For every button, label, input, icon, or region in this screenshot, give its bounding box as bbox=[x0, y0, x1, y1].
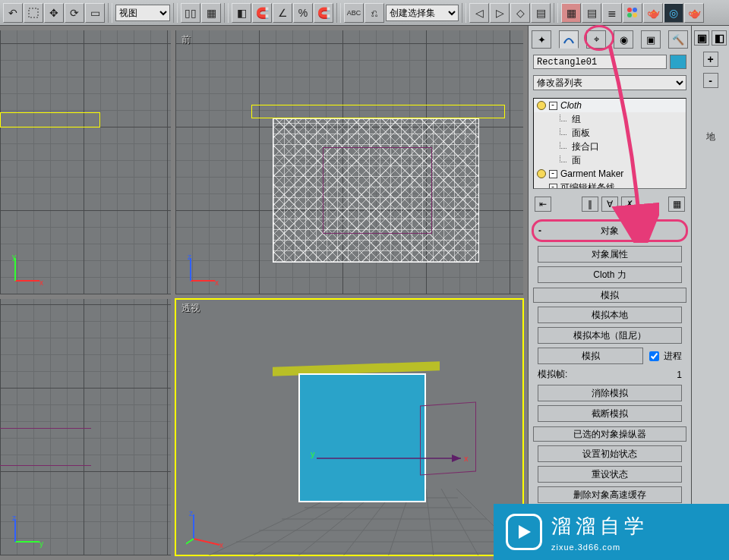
pin-stack-icon[interactable]: ⇤ bbox=[535, 197, 551, 212]
help-rect bbox=[0, 428, 91, 466]
render-frame-icon[interactable]: ◎ bbox=[664, 3, 683, 23]
bulb-icon[interactable] bbox=[537, 169, 546, 178]
clear-icon[interactable]: ◇ bbox=[510, 3, 530, 23]
svg-point-1 bbox=[627, 8, 632, 12]
layers-a-icon[interactable]: ▤ bbox=[531, 3, 551, 23]
watermark-url: zixue.3d66.com bbox=[551, 543, 649, 552]
configure-stack-icon[interactable]: ▦ bbox=[668, 197, 685, 212]
percent-snap-icon[interactable]: % bbox=[293, 3, 313, 23]
selection-set-dropdown[interactable]: 创建选择集 bbox=[386, 5, 459, 21]
utilities-tab-icon[interactable]: 🔨 bbox=[668, 30, 688, 49]
scale-icon[interactable]: ▭ bbox=[85, 3, 105, 23]
expand-icon[interactable] bbox=[549, 184, 557, 190]
watermark-title: 溜溜自学 bbox=[551, 513, 649, 540]
svg-text:z: z bbox=[12, 514, 16, 522]
grid-icon[interactable]: ▦ bbox=[201, 3, 221, 23]
strip-tool-b-icon[interactable]: ◧ bbox=[712, 30, 727, 46]
object-properties-button[interactable]: 对象属性 bbox=[538, 246, 682, 263]
top-toolbar: ↶ ✥ ⟳ ▭ 视图 ▯▯ ▦ ◧ 🧲 ∠ % 🧲 ABC ⎌ 创建选择集 ◁ … bbox=[0, 0, 729, 26]
modify-tab-icon[interactable] bbox=[559, 30, 579, 49]
abc-icon[interactable]: ABC bbox=[344, 3, 364, 23]
watermark-banner: 溜溜自学 zixue.3d66.com bbox=[494, 504, 729, 560]
trim-sim-button[interactable]: 截断模拟 bbox=[538, 405, 682, 422]
viewport-left[interactable]: y z bbox=[0, 299, 171, 555]
svg-point-4 bbox=[633, 13, 637, 17]
cloth-force-button[interactable]: Cloth 力 bbox=[538, 266, 682, 283]
svg-text:y: y bbox=[311, 449, 315, 458]
viewport-container: x y 前 x z bbox=[0, 26, 528, 560]
viewport-top[interactable]: x y bbox=[0, 30, 171, 294]
expand-icon[interactable] bbox=[549, 102, 557, 110]
create-tab-icon[interactable]: ✦ bbox=[532, 30, 551, 49]
prev-icon[interactable]: ◁ bbox=[469, 3, 489, 23]
erase-sim-button[interactable]: 消除模拟 bbox=[538, 385, 682, 401]
snap-toggle-icon[interactable]: 🧲 bbox=[314, 3, 333, 23]
sim-frame-label: 模拟帧: bbox=[538, 368, 567, 381]
svg-line-37 bbox=[186, 539, 194, 548]
angle-snap-icon[interactable]: ∠ bbox=[273, 3, 292, 23]
rollout-sim[interactable]: 模拟 bbox=[533, 288, 686, 303]
layer-manager-icon[interactable]: ▤ bbox=[582, 3, 601, 23]
strip-minus-button[interactable]: - bbox=[703, 73, 718, 88]
axis-gizmo: y z bbox=[11, 514, 44, 548]
strip-tool-a-icon[interactable]: ▣ bbox=[694, 30, 709, 46]
bulb-icon[interactable] bbox=[537, 101, 546, 110]
right-strip: ▣ ◧ + - 地 bbox=[691, 26, 729, 560]
svg-text:x: x bbox=[464, 454, 469, 463]
isolate-icon[interactable]: ◧ bbox=[232, 3, 251, 23]
svg-point-3 bbox=[627, 13, 632, 17]
expand-icon[interactable] bbox=[549, 170, 557, 178]
perspective-axes: y x bbox=[309, 443, 476, 473]
minus-icon: - bbox=[538, 225, 541, 236]
rollout-label: 已选的对象操纵器 bbox=[573, 428, 646, 441]
svg-text:z: z bbox=[189, 509, 193, 518]
strip-label: 地 bbox=[706, 131, 715, 143]
move-icon[interactable]: ✥ bbox=[44, 3, 64, 23]
simulate-button[interactable]: 模拟 bbox=[538, 348, 643, 364]
object-color-swatch[interactable] bbox=[670, 55, 686, 69]
strip-plus-button[interactable]: + bbox=[703, 52, 718, 67]
svg-text:z: z bbox=[188, 253, 191, 261]
svg-marker-41 bbox=[519, 525, 531, 539]
material-editor-icon[interactable] bbox=[623, 3, 642, 23]
progress-checkbox[interactable]: 进程 bbox=[646, 349, 682, 363]
svg-point-2 bbox=[633, 8, 637, 12]
select-region-icon[interactable] bbox=[24, 3, 43, 23]
snap-icon[interactable]: 🧲 bbox=[252, 3, 272, 23]
rotate-icon[interactable]: ⟳ bbox=[65, 3, 84, 23]
svg-text:x: x bbox=[39, 278, 43, 287]
view-dropdown[interactable]: 视图 bbox=[115, 5, 170, 21]
annotation-arrow bbox=[598, 46, 659, 243]
link-icon[interactable]: ⎌ bbox=[364, 3, 384, 23]
viewport-label-front: 前 bbox=[181, 33, 191, 46]
progress-checkbox-input[interactable] bbox=[649, 351, 659, 361]
rectangle-outline bbox=[251, 105, 505, 118]
viewport-perspective[interactable]: 透视 bbox=[175, 299, 523, 555]
editor-b-icon[interactable]: ≣ bbox=[602, 3, 622, 23]
svg-line-35 bbox=[194, 539, 219, 545]
next-icon[interactable]: ▷ bbox=[490, 3, 510, 23]
svg-line-23 bbox=[441, 489, 479, 555]
set-init-state-button[interactable]: 设置初始状态 bbox=[538, 445, 682, 462]
sim-frame-value: 1 bbox=[677, 370, 682, 380]
viewport-front[interactable]: 前 x z bbox=[175, 30, 523, 294]
clear-cache-button[interactable]: 删除对象高速缓存 bbox=[538, 486, 682, 503]
show-end-icon[interactable]: ‖ bbox=[582, 197, 598, 212]
svg-text:x: x bbox=[219, 541, 223, 548]
svg-marker-32 bbox=[452, 455, 461, 462]
quick-render-icon[interactable]: 🫖 bbox=[684, 3, 704, 23]
rollout-label: 模拟 bbox=[601, 289, 619, 302]
render-setup-icon[interactable]: 🫖 bbox=[643, 3, 663, 23]
reset-state-button[interactable]: 重设状态 bbox=[538, 466, 682, 483]
sim-local-damp-button[interactable]: 模拟本地（阻尼） bbox=[538, 327, 682, 344]
curve-editor-icon[interactable]: ▦ bbox=[561, 3, 581, 23]
svg-text:x: x bbox=[215, 278, 219, 287]
modifier-label: Cloth bbox=[560, 100, 582, 111]
rollout-selected[interactable]: 已选的对象操纵器 bbox=[533, 426, 686, 442]
cloth-object bbox=[298, 373, 426, 502]
svg-text:y: y bbox=[39, 540, 43, 548]
svg-text:y: y bbox=[12, 253, 16, 261]
sim-local-button[interactable]: 模拟本地 bbox=[538, 307, 682, 323]
mirror-icon[interactable]: ▯▯ bbox=[181, 3, 200, 23]
undo-icon[interactable]: ↶ bbox=[3, 3, 23, 23]
